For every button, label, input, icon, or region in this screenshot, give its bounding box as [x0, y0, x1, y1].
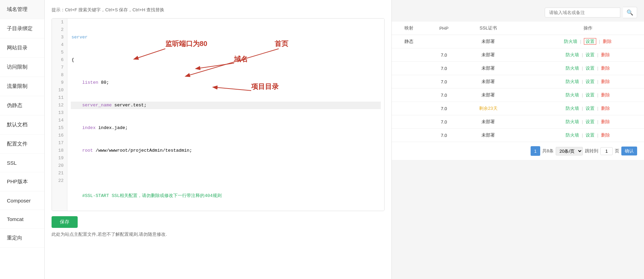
cell-ssl: 剩余23天: [462, 102, 515, 115]
sidebar-item-default-doc[interactable]: 默认文档: [0, 115, 44, 135]
cell-type: [392, 129, 426, 142]
cell-empty: [515, 129, 532, 142]
page-input[interactable]: [600, 147, 613, 155]
cell-php: 7.0: [426, 62, 462, 75]
settings-link[interactable]: 设置: [586, 132, 595, 138]
sidebar-item-label: 访问限制: [7, 64, 27, 70]
cell-type: [392, 89, 426, 102]
delete-link[interactable]: 删除: [601, 66, 610, 71]
sidebar-item-subdir-binding[interactable]: 子目录绑定: [0, 19, 44, 38]
hint-bar: 提示：Ctrl+F 搜索关键字，Ctrl+S 保存，Ctrl+H 查找替换: [52, 7, 385, 13]
sidebar-item-ssl[interactable]: SSL: [0, 154, 44, 172]
code-content[interactable]: server { listen 80; server_name server.t…: [67, 19, 384, 211]
firewall-link[interactable]: 防火墙: [564, 39, 577, 44]
firewall-link[interactable]: 防火墙: [566, 132, 579, 138]
firewall-link[interactable]: 防火墙: [566, 66, 579, 71]
table-row: 7.0 剩余23天 防火墙 | 设置 | 删除: [392, 102, 644, 115]
cell-empty: [515, 48, 532, 62]
search-button[interactable]: 🔍: [623, 7, 637, 18]
code-line-6: root /www/wwwroot/projectAdmin/testadmin…: [71, 147, 381, 154]
code-line-7: [71, 170, 381, 177]
delete-link[interactable]: 删除: [601, 119, 610, 124]
settings-link[interactable]: 设置: [586, 92, 595, 97]
cell-empty: [515, 102, 532, 115]
table-row: 7.0 未部署 防火墙 | 设置 | 删除: [392, 48, 644, 62]
settings-link[interactable]: 设置: [586, 106, 595, 111]
cell-actions: 防火墙 | 设置 | 删除: [532, 35, 644, 48]
settings-link[interactable]: 设置: [586, 52, 595, 57]
cell-php: 7.0: [426, 115, 462, 129]
cell-ssl: 未部署: [462, 115, 515, 129]
sidebar-item-traffic-limit[interactable]: 流量限制: [0, 77, 44, 96]
page-unit: 页: [615, 148, 619, 154]
cell-empty: [515, 35, 532, 48]
sidebar-item-composer[interactable]: Composer: [0, 191, 44, 210]
cell-type: [392, 75, 426, 89]
delete-link[interactable]: 删除: [603, 39, 612, 44]
code-line-1: server: [71, 34, 381, 41]
line-numbers: 1 2 3 4 5 6 7 8 9 10 11 12 13 14 15 16 1…: [52, 19, 67, 211]
table-row: 7.0 未部署 防火墙 | 设置 | 删除: [392, 62, 644, 75]
table-row: 静态 未部署 防火墙 | 设置 | 删除: [392, 35, 644, 48]
col-mapping: 映射: [392, 22, 426, 35]
sidebar-item-access-control[interactable]: 访问限制: [0, 58, 44, 77]
sidebar-item-label: Tomcat: [7, 216, 23, 222]
delete-link[interactable]: 删除: [601, 52, 610, 57]
delete-link[interactable]: 删除: [601, 132, 610, 138]
sidebar-item-config-file[interactable]: 配置文件: [0, 135, 44, 154]
sidebar: 域名管理 子目录绑定 网站目录 访问限制 流量限制 伪静态 默认文档 配置文件 …: [0, 0, 45, 279]
delete-link[interactable]: 删除: [601, 92, 610, 97]
settings-link[interactable]: 设置: [586, 79, 595, 84]
col-ops: 操作: [532, 22, 644, 35]
code-line-5: index index.jade;: [71, 124, 381, 132]
code-line-3: listen 80;: [71, 79, 381, 86]
save-button[interactable]: 保存: [52, 216, 78, 228]
firewall-link[interactable]: 防火墙: [566, 79, 579, 84]
sidebar-item-label: 重定向: [7, 235, 22, 241]
code-editor[interactable]: 1 2 3 4 5 6 7 8 9 10 11 12 13 14 15 16 1…: [52, 19, 384, 211]
cell-php: 7.0: [426, 75, 462, 89]
cell-ssl: 未部署: [462, 89, 515, 102]
cell-type: [392, 62, 426, 75]
table-row: 7.0 未部署 防火墙 | 设置 | 删除: [392, 75, 644, 89]
sidebar-item-domain-management[interactable]: 域名管理: [0, 0, 44, 19]
settings-link[interactable]: 设置: [584, 38, 596, 45]
code-line-4: server_name server.test;: [71, 102, 381, 109]
settings-link[interactable]: 设置: [586, 66, 595, 71]
settings-link[interactable]: 设置: [586, 119, 595, 124]
sidebar-item-label: 网站目录: [7, 45, 27, 50]
cell-type: [392, 102, 426, 115]
confirm-button[interactable]: 确认: [621, 147, 637, 155]
sidebar-item-tomcat[interactable]: Tomcat: [0, 210, 44, 229]
search-input[interactable]: [545, 8, 620, 18]
table-row: 7.0 未部署 防火墙 | 设置 | 删除: [392, 89, 644, 102]
delete-link[interactable]: 删除: [601, 106, 610, 111]
cell-actions: 防火墙 | 设置 | 删除: [532, 102, 644, 115]
sidebar-item-pseudo-static[interactable]: 伪静态: [0, 96, 44, 115]
per-page-select[interactable]: 20条/页 50条/页: [556, 147, 583, 155]
sidebar-item-label: 伪静态: [7, 102, 22, 108]
sidebar-item-label: Composer: [7, 198, 31, 204]
sidebar-item-php-version[interactable]: PHP版本: [0, 172, 44, 191]
sidebar-item-label: PHP版本: [7, 178, 28, 184]
firewall-link[interactable]: 防火墙: [566, 106, 579, 111]
pagination: 1 共8条 20条/页 50条/页 跳转到 页 确认: [392, 142, 644, 160]
delete-link[interactable]: 删除: [601, 79, 610, 84]
firewall-link[interactable]: 防火墙: [566, 52, 579, 57]
cell-actions: 防火墙 | 设置 | 删除: [532, 48, 644, 62]
sidebar-item-label: 默认文档: [7, 121, 27, 127]
cell-php: [426, 35, 462, 48]
cell-php: 7.0: [426, 89, 462, 102]
firewall-link[interactable]: 防火墙: [566, 92, 579, 97]
cell-empty: [515, 62, 532, 75]
sidebar-item-label: SSL: [7, 160, 16, 166]
site-table: 映射 PHP SSL证书 操作 静态 未部署 防火墙 | 设置 | 删除: [392, 22, 644, 142]
cell-php: 7.0: [426, 129, 462, 142]
sidebar-item-label: 子目录绑定: [7, 25, 33, 31]
table-row: 7.0 未部署 防火墙 | 设置 | 删除: [392, 115, 644, 129]
sidebar-item-website-dir[interactable]: 网站目录: [0, 38, 44, 58]
code-line-2: {: [71, 56, 381, 64]
firewall-link[interactable]: 防火墙: [566, 119, 579, 124]
current-page-btn[interactable]: 1: [531, 146, 540, 156]
sidebar-item-redirect[interactable]: 重定向: [0, 229, 44, 248]
